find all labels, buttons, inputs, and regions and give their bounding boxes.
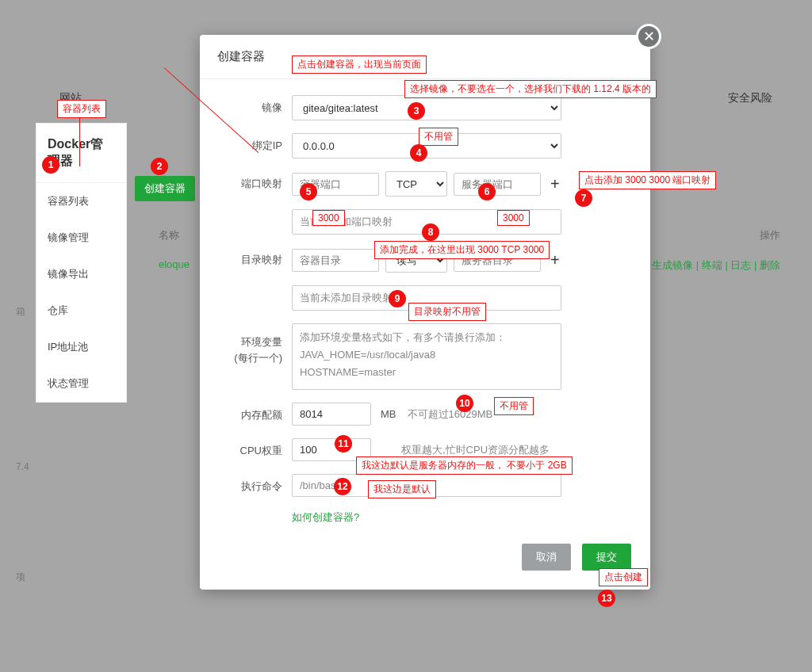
step-7: 7: [575, 189, 592, 207]
close-icon[interactable]: ✕: [636, 24, 661, 49]
mem-unit: MB: [381, 408, 396, 420]
ann-dir-ignore: 目录映射不用管: [408, 303, 486, 321]
label-cpu: CPU权重: [219, 438, 282, 458]
panel-title: Docker管理器: [36, 124, 126, 183]
label-port-map: 端口映射: [219, 171, 282, 191]
col-ops: 操作: [760, 228, 780, 242]
step-6: 6: [478, 183, 496, 200]
mem-input[interactable]: [292, 403, 371, 426]
step-10: 10: [456, 395, 473, 412]
step-9: 9: [389, 290, 406, 307]
row-name[interactable]: eloque: [159, 258, 190, 273]
image-select[interactable]: gitea/gitea:latest: [292, 95, 561, 120]
bg-tab-security: 安全风险: [728, 91, 772, 105]
container-dir-input[interactable]: [292, 249, 379, 272]
step-3: 3: [408, 102, 425, 120]
step-4: 4: [410, 144, 427, 162]
label-dir-map: 目录映射: [219, 247, 282, 267]
ann-port-done: 添加完成，在这里出现 3000 TCP 3000: [374, 241, 550, 259]
submit-button[interactable]: 提交: [582, 544, 631, 571]
cancel-button[interactable]: 取消: [522, 544, 571, 571]
bg-create-container-button[interactable]: 创建容器: [135, 176, 195, 201]
ann-port-3000b: 3000: [497, 210, 530, 226]
mem-hint: 不可超过16029MB: [408, 407, 493, 422]
step-1: 1: [42, 156, 59, 174]
step-2: 2: [151, 158, 168, 175]
sidebar-item-images[interactable]: 镜像管理: [36, 220, 126, 256]
add-port-icon[interactable]: +: [547, 175, 563, 193]
ann-mem-note: 我这边默认是服务器内存的一般， 不要小于 2GB: [356, 456, 573, 475]
bg-text-box: 箱: [16, 305, 25, 319]
ann-click-create: 点击创建容器，出现当前页面: [292, 55, 427, 74]
ann-cpu-default: 我这边是默认: [368, 480, 436, 498]
step-5: 5: [300, 183, 317, 200]
label-cmd: 执行命令: [219, 474, 282, 494]
col-name: 名称: [159, 228, 179, 242]
label-env: 环境变量(每行一个): [219, 323, 282, 365]
ann-line-1: [79, 117, 80, 166]
ann-port-3000a: 3000: [312, 210, 345, 226]
ann-click-submit: 点击创建: [599, 568, 648, 586]
label-bind-ip: 绑定IP: [219, 133, 282, 153]
env-textarea[interactable]: [292, 323, 561, 390]
ann-ip-ignore: 不用管: [419, 128, 458, 146]
sidebar-item-export[interactable]: 镜像导出: [36, 256, 126, 292]
sidebar-item-repo[interactable]: 仓库: [36, 292, 126, 329]
step-8: 8: [422, 223, 439, 241]
protocol-select[interactable]: TCP: [385, 171, 447, 197]
bg-version-text: 7.4: [16, 461, 29, 472]
step-11: 11: [335, 435, 352, 452]
ann-env-ignore: 不用管: [494, 397, 534, 415]
label-image: 镜像: [219, 95, 282, 115]
ann-container-list: 容器列表: [57, 100, 106, 118]
step-12: 12: [334, 478, 351, 495]
sidebar-item-ip-pool[interactable]: IP地址池: [36, 329, 126, 365]
server-port-input[interactable]: [454, 173, 541, 196]
modal-footer: 取消 提交: [200, 533, 650, 574]
cpu-hint: 权重越大,忙时CPU资源分配越多: [401, 443, 550, 457]
ann-choose-image: 选择镜像，不要选在一个，选择我们下载的 1.12.4 版本的: [404, 80, 657, 98]
row-ops[interactable]: 生成镜像 | 终端 | 日志 | 删除: [652, 258, 780, 273]
label-mem: 内存配额: [219, 403, 282, 422]
sidebar-item-containers[interactable]: 容器列表: [36, 183, 126, 220]
bg-text-item: 项: [16, 571, 25, 584]
ann-add-port: 点击添加 3000 3000 端口映射: [579, 171, 716, 189]
how-to-link[interactable]: 如何创建容器?: [292, 510, 359, 525]
step-13: 13: [598, 590, 615, 607]
sidebar-item-status[interactable]: 状态管理: [36, 365, 126, 402]
